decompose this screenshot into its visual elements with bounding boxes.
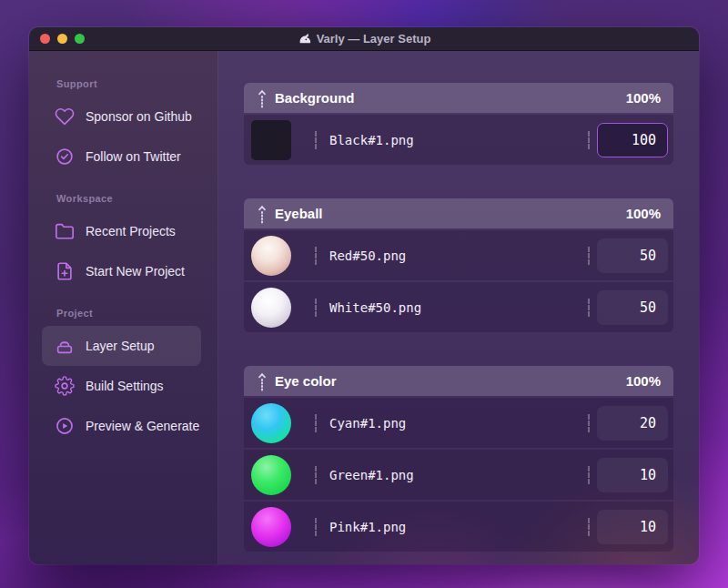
layer-filename: Black#1.png — [329, 133, 414, 147]
layer-thumbnail — [251, 403, 291, 443]
sidebar-item-recent-projects[interactable]: Recent Projects — [42, 211, 201, 251]
divider — [588, 299, 590, 317]
group-title: Background — [275, 90, 355, 106]
layers-icon — [55, 336, 75, 356]
sidebar-item-build-settings[interactable]: Build Settings — [42, 366, 201, 406]
sidebar-item-layer-setup[interactable]: Layer Setup — [42, 326, 201, 366]
divider — [315, 414, 317, 432]
divider — [588, 247, 590, 265]
layer-group-eyeball: Eyeball 100% Red#50.png White#50.png — [244, 198, 673, 332]
layer-weight-input[interactable] — [597, 510, 668, 544]
group-header[interactable]: Background 100% — [244, 83, 673, 113]
layer-weight-input[interactable] — [597, 238, 668, 273]
layer-filename: Cyan#1.png — [329, 416, 406, 431]
window-title: Varly — Layer Setup — [298, 32, 431, 46]
sidebar-item-label: Preview & Generate — [86, 419, 199, 433]
sidebar-item-start-new-project[interactable]: Start New Project — [42, 251, 201, 291]
layer-thumbnail — [251, 288, 291, 328]
sidebar-item-preview-generate[interactable]: Preview & Generate — [42, 406, 201, 446]
sidebar-item-label: Recent Projects — [86, 224, 176, 238]
divider — [315, 247, 317, 265]
section-label: Workspace — [56, 193, 217, 204]
layer-row: Black#1.png — [244, 115, 673, 165]
drag-handle-icon[interactable] — [257, 372, 268, 390]
divider — [588, 414, 590, 432]
layer-filename: Green#1.png — [329, 468, 414, 482]
app-window: Varly — Layer Setup Support Sponsor on G… — [29, 27, 699, 564]
layer-filename: Red#50.png — [329, 248, 406, 263]
sidebar-section-support: Support Sponsor on Github Follow on Twit… — [29, 78, 217, 177]
sidebar-section-workspace: Workspace Recent Projects Start New Proj… — [29, 193, 217, 291]
layer-group-eye-color: Eye color 100% Cyan#1.png Green#1.png — [244, 366, 673, 552]
sidebar-section-project: Project Layer Setup Build Settings Previ… — [29, 308, 217, 446]
section-label: Project — [56, 308, 217, 319]
layer-row: Green#1.png — [244, 450, 673, 500]
group-title: Eyeball — [275, 206, 323, 221]
drag-handle-icon[interactable] — [257, 89, 268, 107]
group-title: Eye color — [275, 373, 337, 389]
minimize-button[interactable] — [57, 34, 67, 44]
layer-setup-panel: Background 100% Black#1.png Eyeball — [218, 51, 699, 564]
sidebar: Support Sponsor on Github Follow on Twit… — [29, 51, 218, 564]
sidebar-item-label: Sponsor on Github — [86, 109, 192, 124]
play-circle-icon — [55, 416, 75, 436]
section-label: Support — [56, 78, 217, 89]
divider — [588, 131, 590, 149]
layer-weight-input[interactable] — [597, 406, 668, 441]
heart-icon — [55, 106, 75, 127]
group-weight: 100% — [626, 206, 661, 221]
sidebar-item-label: Layer Setup — [86, 339, 155, 353]
layer-thumbnail — [251, 120, 291, 160]
layer-row: White#50.png — [244, 282, 673, 332]
sidebar-item-sponsor-on-github[interactable]: Sponsor on Github — [42, 96, 201, 137]
sidebar-item-label: Start New Project — [86, 264, 185, 279]
layer-row: Red#50.png — [244, 230, 673, 280]
sidebar-item-follow-on-twitter[interactable]: Follow on Twitter — [42, 137, 201, 177]
group-header[interactable]: Eye color 100% — [244, 366, 673, 396]
badge-check-icon — [55, 147, 75, 167]
divider — [315, 466, 317, 484]
file-plus-icon — [55, 261, 75, 281]
layer-filename: Pink#1.png — [329, 520, 406, 534]
titlebar[interactable]: Varly — Layer Setup — [29, 27, 699, 51]
gear-icon — [55, 376, 75, 396]
layer-thumbnail — [251, 455, 291, 495]
layer-thumbnail — [251, 507, 291, 547]
folder-icon — [55, 221, 75, 241]
layer-group-background: Background 100% Black#1.png — [244, 83, 673, 165]
divider — [315, 299, 317, 317]
group-weight: 100% — [626, 90, 661, 106]
layer-row: Cyan#1.png — [244, 398, 673, 448]
layer-filename: White#50.png — [329, 300, 421, 315]
drag-handle-icon[interactable] — [257, 205, 268, 223]
divider — [588, 466, 590, 484]
close-button[interactable] — [40, 34, 50, 44]
group-header[interactable]: Eyeball 100% — [244, 198, 673, 228]
divider — [315, 131, 317, 149]
layer-weight-input[interactable] — [597, 123, 668, 157]
divider — [315, 518, 317, 536]
window-title-text: Varly — Layer Setup — [317, 32, 431, 46]
unicorn-icon — [298, 32, 311, 46]
divider — [588, 518, 590, 536]
zoom-button[interactable] — [75, 34, 85, 44]
sidebar-item-label: Follow on Twitter — [86, 149, 181, 164]
window-controls — [40, 27, 85, 50]
layer-weight-input[interactable] — [597, 290, 668, 325]
layer-thumbnail — [251, 236, 291, 276]
group-weight: 100% — [626, 373, 661, 389]
layer-row: Pink#1.png — [244, 502, 673, 552]
layer-weight-input[interactable] — [597, 458, 668, 492]
sidebar-item-label: Build Settings — [86, 379, 164, 393]
